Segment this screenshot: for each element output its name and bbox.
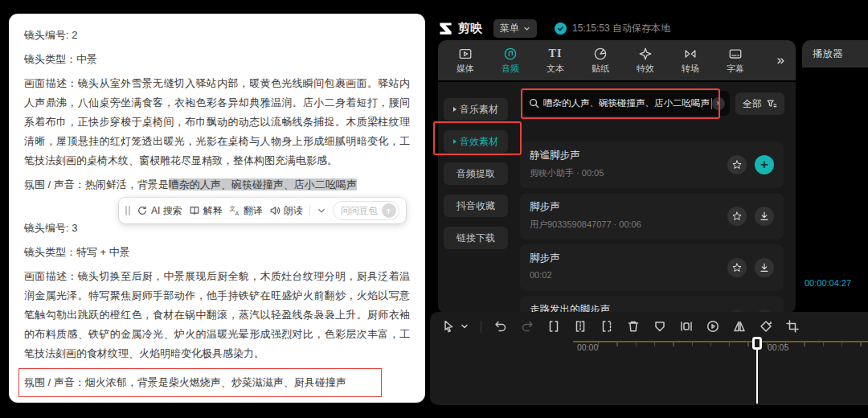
- text-icon: TI: [549, 47, 563, 61]
- document-panel: 镜头编号: 2 镜头类型：中景 画面描述：镜头从室外雪景无缝切入驿站内部，暖黄色…: [10, 14, 424, 402]
- autosave-status: 15:15:53 自动保存本地: [555, 22, 670, 35]
- player-panel-header: 播放器: [802, 40, 868, 68]
- toolbar-divider: [481, 321, 481, 333]
- result-item[interactable]: 脚步声 00:02: [520, 244, 784, 291]
- ruler-label-5s: 00:05: [768, 342, 788, 352]
- select-tool-chevron-icon[interactable]: [461, 322, 469, 330]
- tab-audio[interactable]: 音频: [488, 47, 533, 75]
- media-icon: [458, 47, 473, 61]
- delete-button[interactable]: [626, 319, 641, 334]
- shot2-type-line: 镜头类型：中景: [24, 50, 410, 69]
- sidebar-item-sound-effects[interactable]: 音效素材: [444, 130, 508, 153]
- shot2-number-line: 镜头编号: 2: [24, 26, 410, 45]
- app-titlebar: 剪映 菜单 15:15:53 自动保存本地: [438, 18, 868, 39]
- ask-doubao-input[interactable]: 问问豆包: [333, 201, 399, 220]
- playhead-handle[interactable]: [752, 337, 762, 350]
- split-button[interactable]: [547, 319, 561, 334]
- check-icon: [555, 23, 567, 35]
- ruler-label-0s: 00:00: [577, 342, 598, 352]
- result-item[interactable]: 脚步声 用户9033590847077 · 00:06: [520, 193, 784, 240]
- chevron-down-icon: [523, 25, 530, 32]
- sidebar-item-douyin-favorites[interactable]: 抖音收藏: [444, 195, 508, 217]
- star-icon: [731, 159, 743, 170]
- reverse-button[interactable]: [706, 319, 720, 334]
- media-navbar: 媒体 音频 TI 文本 贴纸 特效 转场 字幕 »: [438, 40, 796, 80]
- favorite-star-button[interactable]: [727, 258, 747, 277]
- shot2-description: 画面描述：镜头从室外雪景无缝切入驿站内部，暖黄色光线瞬间包裹画面。驿站内人声鼎沸…: [24, 74, 410, 170]
- filter-funnel-icon: [766, 98, 777, 109]
- library-sidebar: 音乐素材 音效素材 音频提取 抖音收藏 链接下载: [438, 82, 514, 314]
- shot3-type-line: 镜头类型：特写 + 中景: [24, 243, 410, 262]
- favorite-star-button[interactable]: [727, 207, 747, 226]
- menu-button[interactable]: 菜单: [493, 19, 537, 38]
- shot3-ambience-line-annotated: 氛围 / 声音：烟火浓郁，背景是柴火燃烧声、炒菜滋滋声、厨具碰撞声: [18, 368, 382, 397]
- doubao-selection-toolbar: AI 搜索 解释 文A 翻译 朗读 问问豆包: [119, 198, 406, 223]
- add-to-track-button[interactable]: +: [755, 155, 774, 174]
- select-tool-button[interactable]: [441, 319, 456, 334]
- tab-media[interactable]: 媒体: [443, 47, 488, 75]
- drag-handle-icon[interactable]: [125, 206, 130, 215]
- filter-button[interactable]: 全部: [735, 92, 784, 115]
- ask-doubao-placeholder: 问问豆包: [341, 201, 378, 220]
- sidebar-item-audio-extract[interactable]: 音频提取: [444, 162, 508, 185]
- mirror-button[interactable]: [732, 319, 747, 334]
- captions-icon: [728, 47, 743, 61]
- favorite-star-button[interactable]: [727, 155, 747, 174]
- redo-button[interactable]: [520, 319, 534, 334]
- sidebar-item-link-download[interactable]: 链接下载: [444, 227, 508, 249]
- plus-icon: +: [760, 158, 768, 171]
- tab-text[interactable]: TI 文本: [533, 47, 578, 75]
- crop-button[interactable]: [785, 319, 800, 334]
- caret-right-icon: [453, 139, 457, 144]
- download-icon: [759, 211, 770, 222]
- timeline-toolbar: [441, 316, 800, 337]
- player-viewport: 00:00:04:27: [802, 68, 868, 301]
- search-results-list: 静谧脚步声 剪映小助手 · 00:05 + 脚步声 用户903359084707…: [520, 141, 785, 314]
- result-item[interactable]: 静谧脚步声 剪映小助手 · 00:05 +: [520, 141, 784, 188]
- sidebar-item-music[interactable]: 音乐素材: [444, 98, 508, 121]
- tab-captions[interactable]: 字幕: [713, 47, 758, 75]
- split-left-button[interactable]: [573, 319, 588, 334]
- book-icon: [189, 205, 200, 216]
- app-logo: 剪映: [438, 21, 482, 36]
- split-right-button[interactable]: [600, 319, 614, 334]
- send-button[interactable]: [382, 203, 396, 218]
- audio-icon: [503, 47, 518, 61]
- shot3-description: 画面描述：镜头切换至后厨，中景展现后厨全貌，木质灶台纹理分明，厨具泛着温润金属光…: [24, 267, 410, 363]
- timeline-ruler[interactable]: [573, 342, 868, 354]
- arrow-up-icon: [384, 207, 393, 215]
- download-icon: [759, 262, 770, 273]
- capcut-logo-icon: [438, 21, 453, 36]
- effects-star-icon: [638, 47, 653, 61]
- chevron-down-icon[interactable]: [317, 206, 326, 215]
- clear-search-button[interactable]: ×: [712, 97, 725, 110]
- tab-sticker[interactable]: 贴纸: [578, 47, 623, 75]
- transition-bowtie-icon: [683, 47, 698, 61]
- nav-overflow-button[interactable]: »: [771, 52, 791, 68]
- explain-button[interactable]: 解释: [189, 201, 223, 220]
- tab-transitions[interactable]: 转场: [668, 47, 713, 75]
- download-button[interactable]: [755, 207, 774, 226]
- ai-search-icon: [137, 205, 148, 216]
- selected-text-highlight[interactable]: 嘈杂的人声、碗筷碰撞声、店小二吆喝声: [169, 178, 357, 191]
- tab-effects[interactable]: 特效: [623, 47, 668, 75]
- speaker-icon: [269, 205, 280, 216]
- rotate-button[interactable]: [759, 319, 773, 334]
- translate-button[interactable]: 文A 翻译: [229, 201, 263, 220]
- download-button[interactable]: [755, 258, 774, 277]
- player-panel: 播放器 00:00:04:27: [802, 40, 868, 301]
- sticker-icon: [593, 47, 608, 61]
- ai-search-button[interactable]: AI 搜索: [137, 201, 182, 220]
- star-icon: [731, 262, 743, 273]
- undo-button[interactable]: [493, 319, 508, 334]
- result-item[interactable]: 走路发出的脚步声: [520, 296, 784, 314]
- translate-icon: 文A: [229, 205, 240, 216]
- timeline-panel: 00:00 00:05: [430, 312, 868, 405]
- freeze-frame-button[interactable]: [679, 319, 694, 334]
- caret-right-icon: [453, 107, 457, 112]
- playhead-timecode: 00:00:04:27: [805, 278, 851, 288]
- mask-button[interactable]: [653, 319, 667, 334]
- ambience-prefix: 氛围 / 声音：热闹鲜活，背景是: [24, 178, 169, 191]
- read-aloud-button[interactable]: 朗读: [269, 201, 303, 220]
- search-box[interactable]: ×: [522, 91, 730, 116]
